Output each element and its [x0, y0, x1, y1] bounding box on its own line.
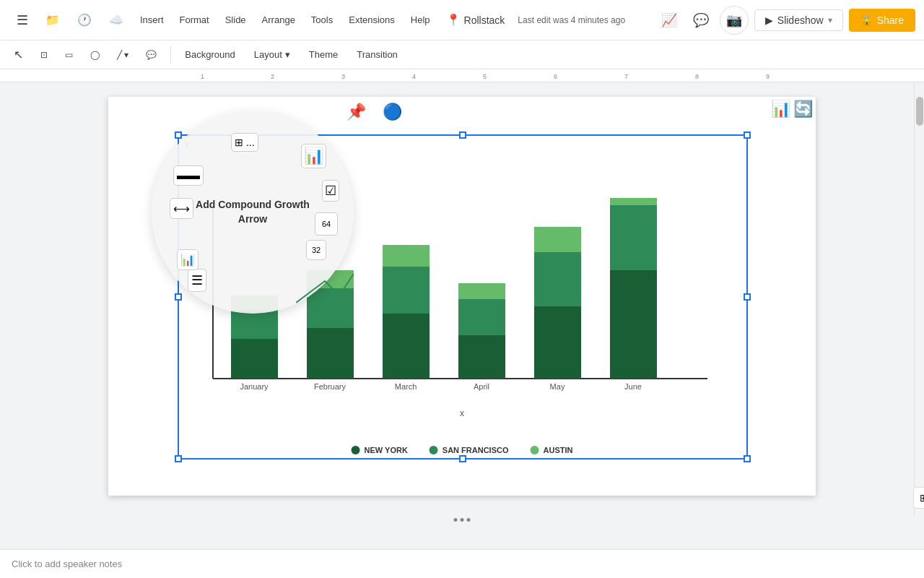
history-icon[interactable]: 🕐: [69, 9, 100, 31]
svg-text:8: 8: [695, 73, 699, 80]
svg-text:April: April: [474, 382, 489, 391]
menu-tools[interactable]: Tools: [304, 10, 340, 30]
legend-dot-austin: [531, 446, 539, 454]
bar-may-sf: [534, 252, 581, 306]
svg-text:2: 2: [271, 73, 274, 80]
slide-top-right-icons: 📊 🔄: [771, 100, 813, 118]
bar-jun-ny: [610, 270, 657, 379]
svg-text:7: 7: [624, 73, 628, 80]
canvas-area[interactable]: 📊 🔄 📌 🔵 Y Janu: [0, 82, 924, 549]
svg-text:June: June: [624, 382, 642, 391]
sheets-icon[interactable]: 📊: [771, 100, 790, 118]
bar-feb-ny: [307, 328, 354, 379]
handle-bot-right[interactable]: [744, 455, 751, 462]
menu-arrange[interactable]: Arrange: [255, 10, 302, 30]
bar-may-austin: [534, 227, 581, 252]
legend-dot-sf: [430, 446, 438, 454]
select-tool[interactable]: ↖: [6, 44, 31, 66]
bar-apr-austin: [458, 283, 505, 299]
slides-icon[interactable]: 🔄: [793, 100, 813, 118]
zoom-tool[interactable]: ⊡: [32, 44, 56, 66]
speaker-notes[interactable]: Click to add speaker notes: [0, 549, 924, 578]
x-axis-label: x: [460, 408, 464, 418]
bar-may-ny: [534, 306, 581, 379]
legend-dot-ny: [352, 446, 360, 454]
bar-jun-sf: [610, 198, 657, 270]
svg-text:5: 5: [483, 73, 487, 80]
bar-apr-sf: [458, 299, 505, 335]
background-button[interactable]: Background: [177, 44, 243, 66]
share-button[interactable]: 🔒 Share: [849, 9, 915, 32]
menu-format[interactable]: Format: [173, 10, 217, 30]
bar-mar-ny: [383, 314, 430, 379]
slide[interactable]: 📊 🔄 📌 🔵 Y Janu: [108, 97, 816, 496]
svg-text:May: May: [550, 382, 565, 391]
menu-icon[interactable]: ☰: [9, 9, 36, 31]
popup-icon-percent-chart[interactable]: 📊: [177, 249, 199, 270]
line-tool[interactable]: ╱ ▾: [109, 44, 136, 66]
bar-jan-ny: [231, 339, 278, 379]
circle-tool[interactable]: ◯: [82, 44, 108, 66]
crop-tool[interactable]: ▭: [57, 44, 81, 66]
legend-austin: AUSTIN: [531, 446, 573, 454]
chart-legend: NEW YORK SAN FRANCISCO AUSTIN: [352, 446, 573, 454]
popup-icon-numbered2[interactable]: 32: [306, 240, 326, 260]
menu-slide[interactable]: Slide: [218, 10, 253, 30]
zoom-button[interactable]: ⊞: [913, 487, 924, 509]
svg-text:1: 1: [201, 73, 204, 80]
tool-group: ↖ ⊡ ▭ ◯ ╱ ▾ 💬: [6, 44, 165, 66]
menu-insert[interactable]: Insert: [133, 10, 171, 30]
main-area: 1 2 3 4 5 📊 🔄 📌 🔵 Y: [0, 82, 924, 549]
popup-icon-list[interactable]: ☰: [188, 269, 206, 292]
svg-text:9: 9: [766, 73, 770, 80]
bar-jan-sf: [231, 310, 278, 339]
analytics-icon[interactable]: 📈: [656, 7, 682, 33]
svg-rect-0: [0, 69, 924, 82]
menu-bar: ☰ 📁 🕐 ☁️ Insert Format Slide Arrange Too…: [9, 9, 656, 31]
slideshow-button[interactable]: ▶ Slideshow ▾: [754, 9, 843, 31]
menu-help[interactable]: Help: [404, 10, 437, 30]
handle-top-left[interactable]: [175, 131, 182, 139]
bar-jun-austin2: [610, 198, 657, 205]
popup-title: Add Compound GrowthArrow: [196, 198, 310, 226]
horizontal-ruler: 1 2 3 4 5 6 7 8 9: [0, 69, 924, 82]
handle-top-right[interactable]: [744, 131, 751, 139]
google-meet-button[interactable]: 📷: [720, 6, 749, 35]
formatting-toolbar: ↖ ⊡ ▭ ◯ ╱ ▾ 💬 Background Layout ▾ Theme …: [0, 40, 924, 69]
theme-button[interactable]: Theme: [301, 44, 346, 66]
folder-icon[interactable]: 📁: [38, 9, 68, 31]
comment-tool[interactable]: 💬: [138, 44, 165, 66]
google-colors-icon[interactable]: 🔵: [383, 103, 402, 121]
transition-button[interactable]: Transition: [349, 44, 406, 66]
resize-handle[interactable]: [454, 518, 471, 522]
bar-mar-austin: [383, 245, 430, 267]
popup-icon-chart-tr[interactable]: 📊: [301, 144, 326, 168]
popup-icon-checklist[interactable]: ☑: [322, 180, 339, 202]
top-menu-bar: ☰ 📁 🕐 ☁️ Insert Format Slide Arrange Too…: [0, 0, 924, 40]
popup-icon-arrow[interactable]: ⟷: [170, 198, 193, 219]
scrollbar-track[interactable]: ⊞: [914, 82, 924, 516]
cloud-icon[interactable]: ☁️: [101, 9, 131, 31]
menu-extensions[interactable]: Extensions: [341, 10, 402, 30]
last-edit-text: Last edit was 4 minutes ago: [518, 15, 625, 25]
handle-top-mid[interactable]: [459, 131, 466, 139]
comments-icon[interactable]: 💬: [688, 7, 714, 33]
popup-icon-grouped[interactable]: ▬▬: [173, 165, 204, 186]
svg-text:March: March: [395, 382, 417, 391]
popup-icon-bars-top[interactable]: ⊞ ...: [231, 133, 258, 152]
svg-text:January: January: [240, 382, 269, 391]
scrollbar-thumb[interactable]: [916, 97, 923, 126]
svg-text:6: 6: [554, 73, 557, 80]
bar-apr-ny: [458, 335, 505, 379]
popup-icon-numbered[interactable]: 64: [315, 212, 338, 236]
rollstack-link[interactable]: 📍 Rollstack: [446, 13, 505, 27]
mini-line-chart: [296, 267, 354, 313]
handle-mid-right[interactable]: [744, 293, 751, 301]
svg-text:February: February: [314, 382, 346, 391]
separator-1: [170, 46, 171, 64]
legend-sf: SAN FRANCISCO: [430, 446, 509, 454]
top-right-actions: 📈 💬 📷 ▶ Slideshow ▾ 🔒 Share: [656, 6, 915, 35]
layout-button[interactable]: Layout ▾: [246, 44, 298, 66]
svg-text:3: 3: [341, 73, 345, 80]
pin-icon[interactable]: 📌: [346, 103, 366, 121]
